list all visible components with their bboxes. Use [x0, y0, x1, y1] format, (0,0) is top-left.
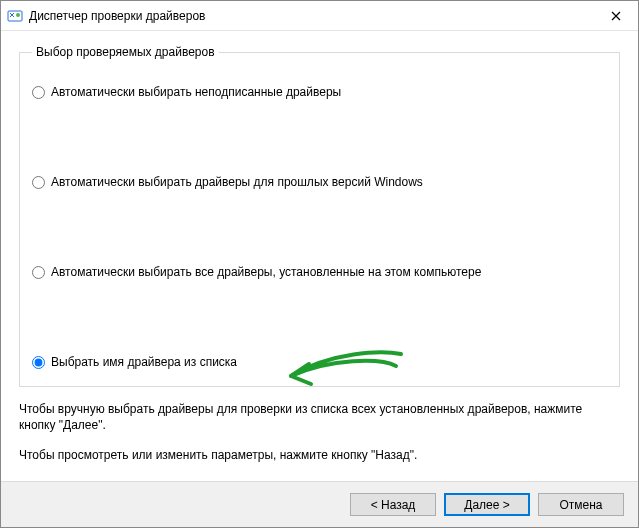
help-line-1: Чтобы вручную выбрать драйверы для прове…: [19, 401, 620, 433]
radio-from-list[interactable]: [32, 356, 45, 369]
radio-row-all-installed[interactable]: Автоматически выбирать все драйверы, уст…: [32, 265, 481, 279]
app-icon: [7, 8, 23, 24]
close-button[interactable]: [594, 1, 638, 31]
titlebar: Диспетчер проверки драйверов: [1, 1, 638, 31]
footer: < Назад Далее > Отмена: [1, 481, 638, 527]
svg-rect-0: [8, 11, 22, 21]
next-button[interactable]: Далее >: [444, 493, 530, 516]
radio-old-windows[interactable]: [32, 176, 45, 189]
window-title: Диспетчер проверки драйверов: [29, 9, 594, 23]
cancel-button[interactable]: Отмена: [538, 493, 624, 516]
driver-selection-group: Выбор проверяемых драйверов Автоматическ…: [19, 45, 620, 387]
radio-from-list-label[interactable]: Выбрать имя драйвера из списка: [51, 355, 237, 369]
help-text: Чтобы вручную выбрать драйверы для прове…: [19, 401, 620, 464]
group-legend: Выбор проверяемых драйверов: [32, 45, 219, 59]
close-icon: [611, 11, 621, 21]
back-button[interactable]: < Назад: [350, 493, 436, 516]
client-area: Выбор проверяемых драйверов Автоматическ…: [1, 31, 638, 527]
radio-row-from-list[interactable]: Выбрать имя драйвера из списка: [32, 355, 237, 369]
radio-all-installed-label[interactable]: Автоматически выбирать все драйверы, уст…: [51, 265, 481, 279]
help-line-2: Чтобы просмотреть или изменить параметры…: [19, 447, 620, 463]
radio-row-unsigned[interactable]: Автоматически выбирать неподписанные дра…: [32, 85, 341, 99]
radio-all-installed[interactable]: [32, 266, 45, 279]
radio-old-windows-label[interactable]: Автоматически выбирать драйверы для прош…: [51, 175, 423, 189]
radio-unsigned-label[interactable]: Автоматически выбирать неподписанные дра…: [51, 85, 341, 99]
dialog-window: Диспетчер проверки драйверов Выбор прове…: [0, 0, 639, 528]
svg-point-1: [16, 13, 20, 17]
radio-row-old-windows[interactable]: Автоматически выбирать драйверы для прош…: [32, 175, 423, 189]
radio-unsigned[interactable]: [32, 86, 45, 99]
